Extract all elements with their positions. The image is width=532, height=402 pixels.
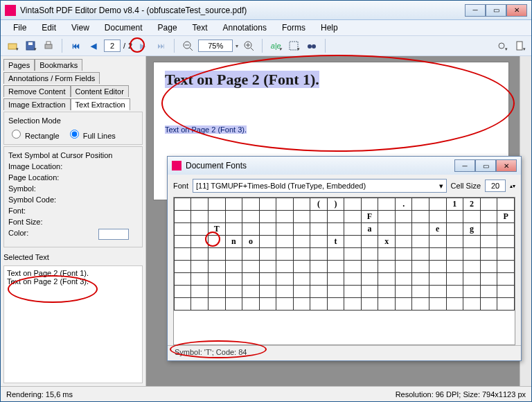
zoom-input[interactable]: 75% bbox=[198, 40, 233, 52]
glyph-cell[interactable] bbox=[497, 273, 515, 286]
glyph-cell[interactable] bbox=[378, 273, 396, 286]
glyph-cell[interactable] bbox=[446, 261, 463, 273]
glyph-cell[interactable] bbox=[480, 298, 497, 311]
glyph-cell[interactable] bbox=[395, 223, 412, 236]
glyph-cell[interactable] bbox=[191, 211, 208, 223]
glyph-cell[interactable] bbox=[276, 248, 293, 261]
glyph-cell[interactable] bbox=[429, 261, 446, 273]
next-page-button[interactable]: ▶ bbox=[135, 38, 150, 53]
glyph-cell[interactable] bbox=[225, 286, 242, 298]
glyph-cell[interactable] bbox=[276, 198, 293, 211]
glyph-cell[interactable] bbox=[208, 261, 225, 273]
glyph-cell[interactable]: o bbox=[242, 236, 260, 248]
glyph-cell[interactable] bbox=[395, 236, 412, 248]
glyph-cell[interactable] bbox=[175, 273, 191, 286]
glyph-cell[interactable] bbox=[259, 198, 276, 211]
glyph-cell[interactable] bbox=[344, 298, 361, 311]
glyph-cell[interactable] bbox=[293, 261, 310, 273]
glyph-cell[interactable] bbox=[429, 236, 446, 248]
glyph-cell[interactable] bbox=[480, 248, 497, 261]
glyph-cell[interactable] bbox=[395, 298, 412, 311]
glyph-cell[interactable] bbox=[191, 236, 208, 248]
glyph-cell[interactable] bbox=[463, 236, 481, 248]
glyph-cell[interactable] bbox=[191, 298, 208, 311]
glyph-cell[interactable]: ( bbox=[310, 198, 328, 211]
glyph-cell[interactable] bbox=[480, 273, 497, 286]
glyph-cell[interactable] bbox=[293, 211, 310, 223]
glyph-cell[interactable] bbox=[175, 236, 191, 248]
glyph-cell[interactable] bbox=[276, 223, 293, 236]
glyph-cell[interactable] bbox=[208, 198, 225, 211]
first-page-button[interactable]: ⏮ bbox=[68, 38, 83, 53]
prev-page-button[interactable]: ◀ bbox=[86, 38, 101, 53]
glyph-cell[interactable] bbox=[344, 273, 361, 286]
glyph-cell[interactable] bbox=[480, 286, 497, 298]
menu-forms[interactable]: Forms bbox=[275, 21, 312, 34]
glyph-cell[interactable] bbox=[344, 198, 361, 211]
glyph-cell[interactable] bbox=[310, 223, 328, 236]
glyph-cell[interactable] bbox=[446, 211, 463, 223]
glyph-cell[interactable]: ) bbox=[327, 198, 344, 211]
radio-full-lines[interactable]: Full Lines bbox=[66, 128, 116, 140]
glyph-cell[interactable] bbox=[480, 198, 497, 211]
glyph-cell[interactable] bbox=[412, 248, 429, 261]
glyph-cell[interactable] bbox=[344, 236, 361, 248]
tab-bookmarks[interactable]: Bookmarks bbox=[35, 59, 82, 71]
glyph-cell[interactable] bbox=[191, 248, 208, 261]
glyph-cell[interactable] bbox=[412, 298, 429, 311]
glyph-cell[interactable] bbox=[276, 236, 293, 248]
close-button[interactable]: ✕ bbox=[506, 4, 527, 17]
glyph-cell[interactable] bbox=[344, 223, 361, 236]
print-button[interactable] bbox=[41, 38, 56, 53]
glyph-cell[interactable] bbox=[361, 236, 378, 248]
glyph-cell[interactable] bbox=[242, 261, 260, 273]
maximize-button[interactable]: ▭ bbox=[486, 4, 506, 17]
glyph-cell[interactable] bbox=[208, 286, 225, 298]
glyph-cell[interactable] bbox=[497, 236, 515, 248]
glyph-cell[interactable] bbox=[293, 248, 310, 261]
glyph-cell[interactable] bbox=[276, 286, 293, 298]
glyph-cell[interactable] bbox=[242, 211, 260, 223]
glyph-cell[interactable] bbox=[208, 211, 225, 223]
glyph-cell[interactable] bbox=[361, 261, 378, 273]
glyph-cell[interactable] bbox=[175, 286, 191, 298]
glyph-cell[interactable] bbox=[463, 273, 481, 286]
glyph-cell[interactable] bbox=[497, 248, 515, 261]
glyph-cell[interactable] bbox=[242, 298, 260, 311]
page-text-line-3[interactable]: Text on Page 2 (Font 3). bbox=[165, 125, 247, 134]
glyph-cell[interactable] bbox=[225, 211, 242, 223]
color-input[interactable] bbox=[98, 229, 129, 240]
glyph-cell[interactable] bbox=[242, 198, 260, 211]
minimize-button[interactable]: ─ bbox=[465, 4, 486, 17]
glyph-cell[interactable] bbox=[429, 273, 446, 286]
glyph-cell[interactable] bbox=[310, 236, 328, 248]
glyph-cell[interactable] bbox=[310, 273, 328, 286]
glyph-cell[interactable] bbox=[412, 211, 429, 223]
glyph-cell[interactable] bbox=[208, 248, 225, 261]
glyph-cell[interactable] bbox=[378, 223, 396, 236]
menu-edit[interactable]: Edit bbox=[35, 21, 63, 34]
glyph-cell[interactable] bbox=[293, 286, 310, 298]
glyph-cell[interactable] bbox=[175, 198, 191, 211]
glyph-cell[interactable] bbox=[480, 223, 497, 236]
glyph-cell[interactable] bbox=[208, 236, 225, 248]
glyph-cell[interactable] bbox=[259, 298, 276, 311]
glyph-cell[interactable] bbox=[378, 286, 396, 298]
menu-text[interactable]: Text bbox=[186, 21, 215, 34]
glyph-cell[interactable] bbox=[344, 286, 361, 298]
font-dropdown[interactable]: [11] TGMUPF+Times-Bold (TrueType, Embedd… bbox=[193, 179, 447, 193]
glyph-cell[interactable] bbox=[480, 236, 497, 248]
glyph-cell[interactable] bbox=[327, 248, 344, 261]
glyph-cell[interactable] bbox=[276, 211, 293, 223]
glyph-cell[interactable] bbox=[446, 248, 463, 261]
glyph-cell[interactable] bbox=[242, 273, 260, 286]
glyph-cell[interactable] bbox=[327, 223, 344, 236]
glyph-cell[interactable] bbox=[175, 261, 191, 273]
page-number-input[interactable]: 2 bbox=[104, 40, 121, 52]
glyph-cell[interactable] bbox=[191, 223, 208, 236]
glyph-cell[interactable]: e bbox=[429, 223, 446, 236]
glyph-cell[interactable] bbox=[191, 273, 208, 286]
glyph-cell[interactable] bbox=[175, 223, 191, 236]
glyph-cell[interactable] bbox=[191, 286, 208, 298]
glyph-cell[interactable] bbox=[259, 236, 276, 248]
